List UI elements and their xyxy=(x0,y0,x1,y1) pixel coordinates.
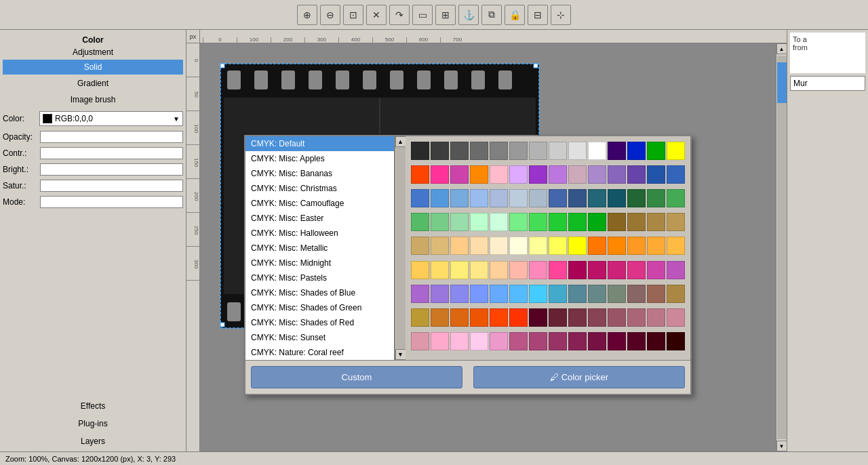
color-cell-119[interactable] xyxy=(549,332,567,350)
color-cell-118[interactable] xyxy=(529,332,547,350)
color-cell-100[interactable] xyxy=(450,308,469,327)
gradient-btn[interactable]: Gradient xyxy=(3,76,183,91)
zoom-out-btn[interactable]: ⊖ xyxy=(320,5,340,25)
color-cell-0[interactable] xyxy=(411,142,429,160)
palette-item-cmyk-bananas[interactable]: CMYK: Misc: Bananas xyxy=(245,166,394,181)
zoom-in-btn[interactable]: ⊕ xyxy=(297,5,317,25)
palette-scroll-down[interactable]: ▼ xyxy=(395,349,406,360)
palette-item-cmyk-sunset[interactable]: CMYK: Misc: Sunset xyxy=(245,330,394,345)
color-cell-124[interactable] xyxy=(647,332,665,350)
color-cell-106[interactable] xyxy=(568,308,587,327)
plugins-btn[interactable]: Plug-ins xyxy=(3,416,183,431)
color-cell-89[interactable] xyxy=(509,285,528,303)
color-cell-36[interactable] xyxy=(568,189,587,207)
contrast-slider[interactable] xyxy=(40,147,183,159)
color-cell-37[interactable] xyxy=(588,189,606,207)
color-cell-65[interactable] xyxy=(588,237,606,255)
color-cell-71[interactable] xyxy=(431,261,449,279)
color-cell-1[interactable] xyxy=(431,142,449,160)
color-cell-91[interactable] xyxy=(549,285,567,303)
layers-btn[interactable]: Layers xyxy=(3,434,183,449)
saturation-slider[interactable] xyxy=(40,180,183,192)
color-cell-72[interactable] xyxy=(450,261,469,279)
color-cell-67[interactable] xyxy=(627,237,646,255)
palette-item-cmyk-camo[interactable]: CMYK: Misc: Camouflage xyxy=(245,196,394,211)
color-cell-32[interactable] xyxy=(490,189,508,207)
scroll-thumb-v[interactable] xyxy=(777,62,787,103)
scroll-track-v[interactable] xyxy=(777,56,787,439)
rect-select-btn[interactable]: ▭ xyxy=(412,5,433,25)
color-cell-5[interactable] xyxy=(509,142,528,160)
color-cell-54[interactable] xyxy=(647,213,665,231)
color-cell-4[interactable] xyxy=(490,142,508,160)
color-cell-61[interactable] xyxy=(509,237,528,255)
mode-slider[interactable] xyxy=(40,196,183,208)
custom-btn[interactable]: Custom xyxy=(251,366,462,388)
color-cell-41[interactable] xyxy=(667,189,685,207)
color-cell-120[interactable] xyxy=(568,332,587,350)
color-cell-59[interactable] xyxy=(470,237,488,255)
color-cell-75[interactable] xyxy=(509,261,528,279)
color-cell-48[interactable] xyxy=(529,213,547,231)
palette-item-cmyk-coral[interactable]: CMYK: Nature: Coral reef xyxy=(245,345,394,360)
color-cell-15[interactable] xyxy=(431,165,449,184)
nodes-btn[interactable]: ⊹ xyxy=(551,5,571,25)
color-cell-51[interactable] xyxy=(588,213,606,231)
color-cell-112[interactable] xyxy=(411,332,429,350)
color-cell-79[interactable] xyxy=(588,261,606,279)
color-cell-39[interactable] xyxy=(627,189,646,207)
color-cell-88[interactable] xyxy=(490,285,508,303)
color-cell-66[interactable] xyxy=(608,237,626,255)
color-cell-25[interactable] xyxy=(627,165,646,184)
color-cell-40[interactable] xyxy=(647,189,665,207)
color-cell-50[interactable] xyxy=(568,213,587,231)
color-cell-11[interactable] xyxy=(627,142,646,160)
color-cell-29[interactable] xyxy=(431,189,449,207)
color-cell-38[interactable] xyxy=(608,189,626,207)
select2-btn[interactable]: ⊟ xyxy=(528,5,548,25)
close-btn[interactable]: ✕ xyxy=(366,5,387,25)
palette-item-cmyk-metallic[interactable]: CMYK: Misc: Metallic xyxy=(245,241,394,256)
imagebrush-btn[interactable]: Image brush xyxy=(3,92,183,107)
color-cell-73[interactable] xyxy=(470,261,488,279)
color-cell-99[interactable] xyxy=(431,308,449,327)
color-cell-12[interactable] xyxy=(647,142,665,160)
palette-item-cmyk-apples[interactable]: CMYK: Misc: Apples xyxy=(245,151,394,166)
color-cell-87[interactable] xyxy=(470,285,488,303)
color-cell-109[interactable] xyxy=(627,308,646,327)
palette-item-cmyk-default[interactable]: CMYK: Default xyxy=(245,136,394,151)
crop-btn[interactable]: ⊡ xyxy=(343,5,363,25)
color-cell-117[interactable] xyxy=(509,332,528,350)
color-cell-21[interactable] xyxy=(549,165,567,184)
color-picker-btn[interactable]: 🖊 Color picker xyxy=(473,366,685,388)
color-cell-44[interactable] xyxy=(450,213,469,231)
color-cell-94[interactable] xyxy=(608,285,626,303)
color-cell-57[interactable] xyxy=(431,237,449,255)
color-cell-114[interactable] xyxy=(450,332,469,350)
color-cell-20[interactable] xyxy=(529,165,547,184)
color-cell-69[interactable] xyxy=(667,237,685,255)
color-cell-60[interactable] xyxy=(490,237,508,255)
color-cell-64[interactable] xyxy=(568,237,587,255)
color-cell-81[interactable] xyxy=(627,261,646,279)
color-cell-47[interactable] xyxy=(509,213,528,231)
palette-item-cmyk-pastels[interactable]: CMYK: Misc: Pastels xyxy=(245,270,394,285)
color-cell-3[interactable] xyxy=(470,142,488,160)
color-cell-27[interactable] xyxy=(667,165,685,184)
color-cell-55[interactable] xyxy=(667,213,685,231)
color-cell-80[interactable] xyxy=(608,261,626,279)
color-cell-17[interactable] xyxy=(470,165,488,184)
color-cell-92[interactable] xyxy=(568,285,587,303)
color-cell-31[interactable] xyxy=(470,189,488,207)
color-cell-14[interactable] xyxy=(411,165,429,184)
right-panel-input[interactable] xyxy=(790,76,865,91)
color-cell-49[interactable] xyxy=(549,213,567,231)
color-cell-74[interactable] xyxy=(490,261,508,279)
color-cell-95[interactable] xyxy=(627,285,646,303)
palette-item-cmyk-shades-blue[interactable]: CMYK: Misc: Shades of Blue xyxy=(245,285,394,300)
color-cell-105[interactable] xyxy=(549,308,567,327)
scroll-up-btn[interactable]: ▲ xyxy=(776,43,787,54)
color-cell-84[interactable] xyxy=(411,285,429,303)
copy-btn[interactable]: ⧉ xyxy=(481,5,502,25)
color-cell-63[interactable] xyxy=(549,237,567,255)
